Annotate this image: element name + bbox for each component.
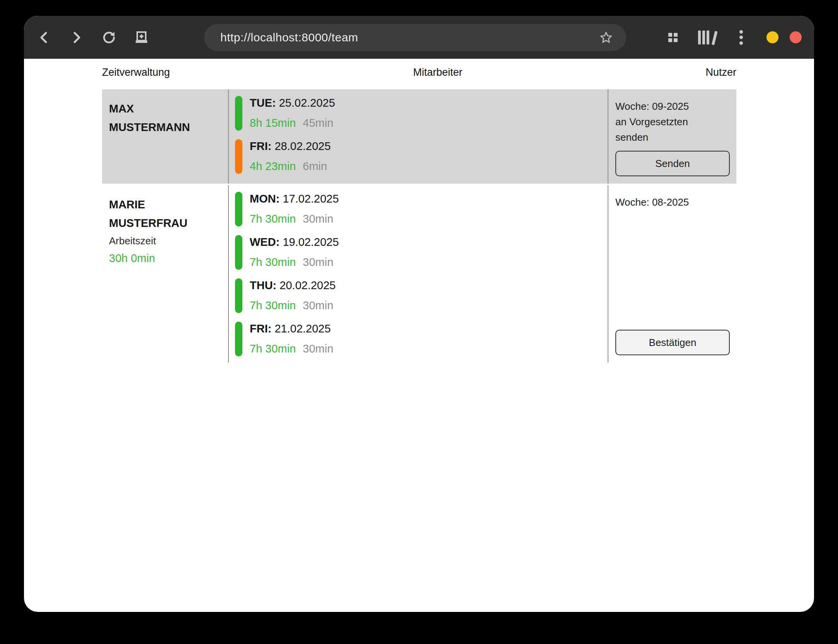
time-entry: FRI: 21.02.2025 7h 30min30min: [235, 322, 608, 356]
employee-name: MUSTERFRAU: [109, 214, 222, 232]
time-entries-cell: TUE: 25.02.2025 8h 15min45min FRI: 28.02…: [229, 89, 608, 184]
week-label: Woche: 09-2025: [615, 99, 730, 114]
extensions-grid-icon[interactable]: [664, 29, 681, 46]
status-bar: [235, 322, 242, 356]
entry-date: 19.02.2025: [283, 236, 339, 248]
week-label: Woche: 08-2025: [615, 194, 730, 210]
time-entry: THU: 20.02.2025 7h 30min30min: [235, 278, 608, 313]
table-row: MAX MUSTERMANN TUE: 25.02.2025 8h 15min4…: [102, 89, 736, 184]
work-time: 8h 15min: [250, 117, 296, 129]
entry-day: FRI:: [250, 322, 271, 335]
browser-window: http://localhost:8000/team: [24, 16, 814, 612]
status-bar: [235, 235, 242, 270]
time-entry: MON: 17.02.2025 7h 30min30min: [235, 192, 608, 227]
status-bar: [235, 192, 242, 227]
employee-name-cell: MARIE MUSTERFRAU Arbeitszeit 30h 0min: [102, 185, 229, 363]
week-action-cell: Woche: 09-2025 an Vorgesetzten senden Se…: [608, 89, 736, 184]
browser-toolbar: http://localhost:8000/team: [24, 16, 814, 59]
back-icon[interactable]: [36, 29, 53, 46]
break-time: 30min: [303, 299, 333, 312]
url-bar[interactable]: http://localhost:8000/team: [204, 24, 626, 51]
worktime-label: Arbeitszeit: [109, 232, 222, 249]
employee-name-cell: MAX MUSTERMANN: [102, 89, 229, 184]
entry-date: 25.02.2025: [279, 97, 335, 109]
status-bar: [235, 96, 242, 131]
worktime-total: 30h 0min: [109, 249, 222, 267]
library-icon[interactable]: [698, 29, 715, 46]
nav-item-nutzer[interactable]: Nutzer: [705, 66, 736, 78]
status-bar: [235, 278, 242, 313]
desktop-background: http://localhost:8000/team: [0, 0, 838, 644]
forward-icon[interactable]: [68, 29, 85, 46]
break-time: 30min: [303, 342, 333, 355]
entry-day: TUE:: [250, 97, 276, 109]
week-label: senden: [615, 129, 730, 145]
entry-date: 28.02.2025: [274, 140, 330, 152]
bookmark-star-icon[interactable]: [598, 29, 615, 46]
menu-kebab-icon[interactable]: [732, 29, 749, 46]
employee-name: MUSTERMANN: [109, 118, 222, 136]
break-time: 30min: [303, 256, 333, 268]
time-entry: FRI: 28.02.2025 4h 23min6min: [235, 139, 608, 174]
work-time: 4h 23min: [250, 160, 296, 172]
url-input[interactable]: http://localhost:8000/team: [220, 31, 358, 44]
break-time: 45min: [303, 117, 333, 129]
employee-name: MARIE: [109, 195, 222, 214]
entry-date: 17.02.2025: [283, 193, 339, 205]
close-control[interactable]: [790, 31, 802, 43]
work-time: 7h 30min: [250, 342, 296, 355]
senden-button[interactable]: Senden: [615, 151, 730, 176]
new-window-icon[interactable]: [133, 29, 150, 46]
entry-day: FRI:: [250, 140, 271, 152]
time-entries-cell: MON: 17.02.2025 7h 30min30min WED: 19.02…: [229, 185, 608, 363]
employee-table: MAX MUSTERMANN TUE: 25.02.2025 8h 15min4…: [102, 89, 736, 363]
entry-day: THU:: [250, 279, 276, 291]
break-time: 30min: [303, 213, 333, 225]
main-nav: Zeitverwaltung Mitarbeiter Nutzer: [102, 64, 736, 81]
time-entry: TUE: 25.02.2025 8h 15min45min: [235, 96, 608, 131]
work-time: 7h 30min: [250, 256, 296, 268]
break-time: 6min: [303, 160, 327, 172]
entry-day: WED:: [250, 236, 279, 248]
week-action-cell: Woche: 08-2025 Bestätigen: [608, 185, 736, 363]
reload-icon[interactable]: [100, 29, 118, 46]
minimize-control[interactable]: [766, 31, 778, 43]
week-label: an Vorgesetzten: [615, 114, 730, 129]
bestaetigen-button[interactable]: Bestätigen: [615, 330, 730, 355]
team-page: Zeitverwaltung Mitarbeiter Nutzer MAX MU…: [24, 59, 814, 363]
work-time: 7h 30min: [250, 213, 296, 225]
entry-date: 21.02.2025: [274, 322, 330, 335]
entry-date: 20.02.2025: [279, 279, 336, 291]
table-row: MARIE MUSTERFRAU Arbeitszeit 30h 0min MO…: [102, 185, 736, 363]
nav-item-zeitverwaltung[interactable]: Zeitverwaltung: [102, 66, 170, 78]
entry-day: MON:: [250, 193, 279, 205]
work-time: 7h 30min: [250, 299, 296, 312]
toolbar-right-group: [664, 29, 805, 46]
employee-name: MAX: [109, 99, 222, 118]
status-bar: [235, 139, 242, 174]
time-entry: WED: 19.02.2025 7h 30min30min: [235, 235, 608, 270]
nav-item-mitarbeiter[interactable]: Mitarbeiter: [413, 66, 463, 78]
